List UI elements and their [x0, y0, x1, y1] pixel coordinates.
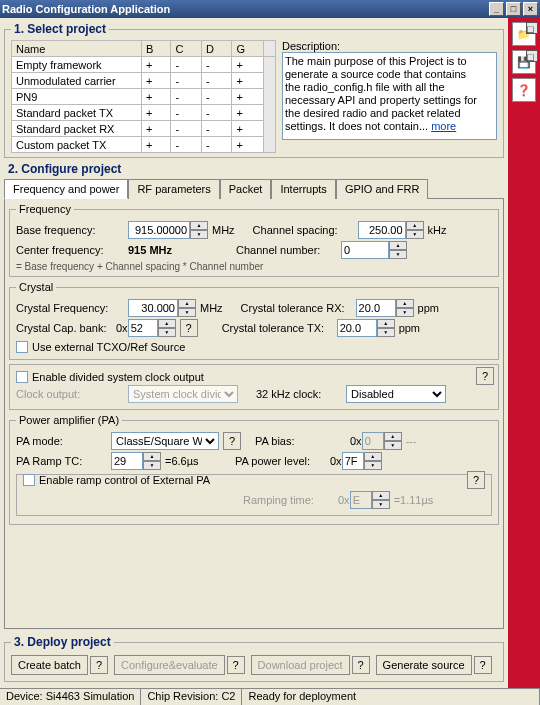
pa-bias-unit: ---: [406, 435, 417, 447]
crystal-tol-rx-unit: ppm: [418, 302, 439, 314]
tab-interrupts[interactable]: Interrupts: [271, 179, 335, 199]
base-freq-spin[interactable]: ▲▼: [190, 221, 208, 239]
generate-source-button[interactable]: Generate source: [376, 655, 472, 675]
ramping-spin: ▲▼: [372, 491, 390, 509]
khz-clock-select[interactable]: Disabled: [346, 385, 446, 403]
pa-power-spin[interactable]: ▲▼: [364, 452, 382, 470]
crystal-cap-input[interactable]: [128, 319, 158, 337]
ramping-unit: =1.11µs: [394, 494, 434, 506]
col-name[interactable]: Name: [12, 41, 142, 57]
pa-ramp-unit: =6.6µs: [165, 455, 235, 467]
crystal-tol-tx-input[interactable]: [337, 319, 377, 337]
center-freq-label: Center frequency:: [16, 244, 128, 256]
clock-help-button[interactable]: ?: [476, 367, 494, 385]
tab-gpio-frr[interactable]: GPIO and FRR: [336, 179, 429, 199]
crystal-tol-tx-unit: ppm: [399, 322, 420, 334]
table-row[interactable]: PN9+--+: [12, 89, 276, 105]
pa-mode-label: PA mode:: [16, 435, 111, 447]
description-label: Description:: [282, 40, 340, 52]
base-freq-input[interactable]: [128, 221, 190, 239]
base-freq-label: Base frequency:: [16, 224, 128, 236]
create-batch-help[interactable]: ?: [90, 656, 108, 674]
center-freq-note: = Base frequency + Channel spacing * Cha…: [16, 261, 492, 272]
side-square-1[interactable]: □: [526, 22, 538, 34]
table-row[interactable]: Unmodulated carrier+--+: [12, 73, 276, 89]
frequency-legend: Frequency: [16, 203, 74, 215]
section3-title: 3. Deploy project: [11, 635, 114, 649]
help-icon[interactable]: ❓: [512, 78, 536, 102]
close-button[interactable]: ×: [523, 2, 538, 16]
table-row[interactable]: Custom packet TX+--+: [12, 137, 276, 153]
minimize-button[interactable]: _: [489, 2, 504, 16]
ext-pa-group: Enable ramp control of External PA ? Ram…: [16, 474, 492, 516]
ramping-time-label: Ramping time:: [243, 494, 338, 506]
create-batch-button[interactable]: Create batch: [11, 655, 88, 675]
download-help[interactable]: ?: [352, 656, 370, 674]
tab-rf-parameters[interactable]: RF parameters: [128, 179, 219, 199]
external-tcxo-label: Use external TCXO/Ref Source: [32, 341, 185, 353]
more-link[interactable]: more: [431, 120, 456, 132]
clock-output-label: Clock output:: [16, 388, 128, 400]
frequency-group: Frequency Base frequency: ▲▼ MHz Channel…: [9, 203, 499, 277]
pa-mode-select[interactable]: ClassE/Square W: [111, 432, 219, 450]
pa-power-label: PA power level:: [235, 455, 330, 467]
crystal-tol-rx-spin[interactable]: ▲▼: [396, 299, 414, 317]
scroll-header: [264, 41, 276, 57]
maximize-button[interactable]: □: [506, 2, 521, 16]
pa-mode-help-button[interactable]: ?: [223, 432, 241, 450]
channel-spacing-spin[interactable]: ▲▼: [406, 221, 424, 239]
side-square-2[interactable]: □: [526, 50, 538, 62]
table-row[interactable]: Standard packet TX+--+: [12, 105, 276, 121]
table-scrollbar[interactable]: [264, 57, 276, 153]
crystal-group: Crystal Crystal Frequency: ▲▼ MHz Crysta…: [9, 281, 499, 360]
enable-ext-pa-checkbox[interactable]: [23, 474, 35, 486]
titlebar: Radio Configuration Application _ □ ×: [0, 0, 540, 18]
tab-frequency-power[interactable]: Frequency and power: [4, 179, 128, 199]
center-freq-value: 915 MHz: [128, 244, 218, 256]
crystal-tol-tx-label: Crystal tolerance TX:: [222, 322, 337, 334]
tab-body: Frequency Base frequency: ▲▼ MHz Channel…: [4, 199, 504, 629]
right-sidebar: 📁 💾 ❓ □ □: [508, 18, 540, 688]
channel-spacing-input[interactable]: [358, 221, 406, 239]
channel-spacing-label: Channel spacing:: [253, 224, 358, 236]
channel-number-input[interactable]: [341, 241, 389, 259]
enable-ext-pa-label: Enable ramp control of External PA: [39, 474, 210, 486]
download-project-button: Download project: [251, 655, 350, 675]
ext-pa-help-button[interactable]: ?: [467, 471, 485, 489]
project-table[interactable]: Name B C D G Empty framework+--+ Unmodul…: [11, 40, 276, 153]
clock-output-select: System clock divid: [128, 385, 238, 403]
pa-bias-spin: ▲▼: [384, 432, 402, 450]
table-row[interactable]: Standard packet RX+--+: [12, 121, 276, 137]
crystal-cap-help-button[interactable]: ?: [180, 319, 198, 337]
crystal-cap-prefix: 0x: [116, 322, 128, 334]
description-box[interactable]: The main purpose of this Project is to g…: [282, 52, 497, 140]
pa-ramp-spin[interactable]: ▲▼: [143, 452, 161, 470]
table-row[interactable]: Empty framework+--+: [12, 57, 276, 73]
channel-number-spin[interactable]: ▲▼: [389, 241, 407, 259]
enable-clock-checkbox[interactable]: [16, 371, 28, 383]
base-freq-unit: MHz: [212, 224, 235, 236]
tab-packet[interactable]: Packet: [220, 179, 272, 199]
pa-power-input[interactable]: [342, 452, 364, 470]
crystal-tol-rx-input[interactable]: [356, 299, 396, 317]
pa-ramp-label: PA Ramp TC:: [16, 455, 111, 467]
crystal-freq-spin[interactable]: ▲▼: [178, 299, 196, 317]
external-tcxo-checkbox[interactable]: [16, 341, 28, 353]
generate-help[interactable]: ?: [474, 656, 492, 674]
crystal-cap-spin[interactable]: ▲▼: [158, 319, 176, 337]
pa-ramp-input[interactable]: [111, 452, 143, 470]
cfg-eval-help[interactable]: ?: [227, 656, 245, 674]
crystal-freq-input[interactable]: [128, 299, 178, 317]
col-g[interactable]: G: [232, 41, 264, 57]
pa-power-prefix: 0x: [330, 455, 342, 467]
crystal-tol-rx-label: Crystal tolerance RX:: [241, 302, 356, 314]
channel-number-label: Channel number:: [236, 244, 341, 256]
crystal-tol-tx-spin[interactable]: ▲▼: [377, 319, 395, 337]
status-chip: Chip Revision: C2: [141, 689, 242, 705]
pa-legend: Power amplifier (PA): [16, 414, 122, 426]
ramping-input: [350, 491, 372, 509]
pa-bias-input: [362, 432, 384, 450]
col-c[interactable]: C: [171, 41, 202, 57]
col-d[interactable]: D: [201, 41, 232, 57]
col-b[interactable]: B: [142, 41, 171, 57]
